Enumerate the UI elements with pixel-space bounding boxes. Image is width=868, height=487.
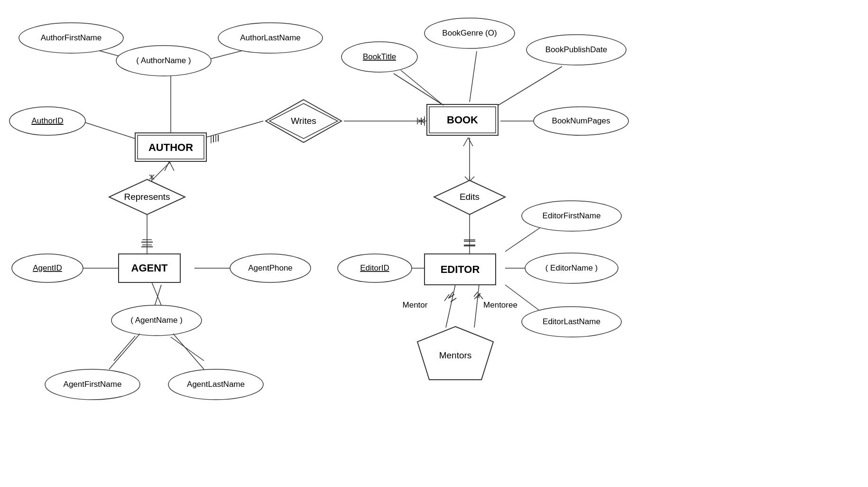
agent-firstname-attr: AgentFirstName — [64, 380, 122, 389]
svg-line-25 — [114, 336, 135, 361]
svg-line-74 — [173, 334, 204, 369]
agent-name-attr: ( AgentName ) — [130, 316, 183, 325]
editor-lastname-attr: EditorLastName — [543, 317, 600, 326]
er-diagram: AUTHOR BOOK AGENT EDITOR Writes Represen… — [0, 0, 868, 487]
author-id-attr: AuthorID — [31, 116, 63, 125]
svg-line-13 — [496, 66, 562, 107]
svg-line-87 — [468, 138, 473, 146]
author-lastname-attr: AuthorLastName — [240, 33, 301, 42]
author-entity-label: AUTHOR — [148, 141, 193, 153]
svg-line-76 — [401, 70, 443, 105]
svg-line-83 — [169, 161, 174, 171]
svg-line-93 — [479, 294, 483, 299]
book-entity-label: BOOK — [447, 114, 478, 126]
svg-line-91 — [451, 298, 456, 302]
svg-line-5 — [202, 121, 263, 139]
editor-name-attr: ( EditorName ) — [545, 263, 598, 272]
book-genre-attr: BookGenre (O) — [442, 28, 497, 37]
book-publishdate-attr: BookPublishDate — [545, 45, 607, 54]
represents-relationship-label: Represents — [124, 192, 170, 202]
svg-line-12 — [470, 51, 477, 102]
agent-entity-label: AGENT — [131, 262, 168, 274]
editor-firstname-attr: EditorFirstName — [543, 211, 601, 220]
mentor-label: Mentor — [403, 300, 428, 309]
editor-id-attr: EditorID — [360, 263, 389, 272]
svg-line-38 — [446, 285, 455, 328]
mentors-relationship-label: Mentors — [439, 350, 472, 360]
svg-line-86 — [463, 138, 468, 146]
svg-line-75 — [152, 282, 161, 305]
book-title-attr: BookTitle — [363, 52, 396, 61]
mentoree-label: Mentoree — [483, 300, 517, 309]
book-numpages-attr: BookNumPages — [552, 116, 610, 125]
agent-phone-attr: AgentPhone — [248, 263, 293, 272]
svg-line-35 — [505, 224, 545, 252]
author-name-attr: ( AuthorName ) — [136, 56, 191, 65]
editor-entity-label: EDITOR — [441, 263, 480, 275]
svg-line-73 — [109, 334, 140, 369]
svg-line-82 — [165, 161, 169, 171]
agent-id-attr: AgentID — [33, 263, 62, 272]
svg-line-26 — [171, 337, 204, 361]
svg-line-41 — [474, 285, 479, 328]
svg-line-39 — [444, 294, 449, 301]
author-firstname-attr: AuthorFirstName — [41, 33, 102, 42]
svg-line-4 — [81, 121, 135, 139]
svg-line-11 — [394, 74, 446, 107]
edits-relationship-label: Edits — [460, 192, 480, 202]
agent-lastname-attr: AgentLastName — [187, 380, 245, 389]
writes-relationship-label: Writes — [291, 116, 316, 126]
